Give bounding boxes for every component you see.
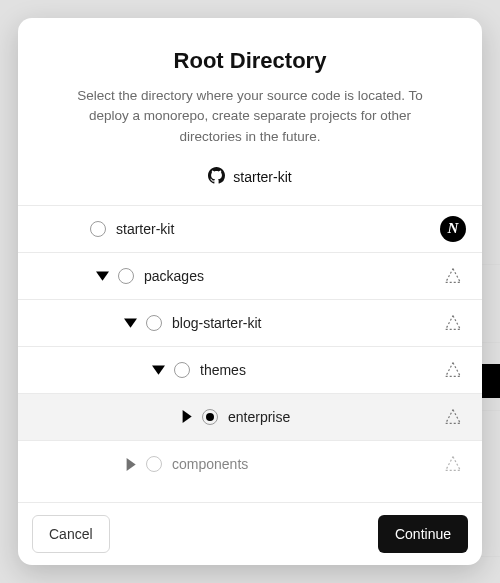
- modal-title: Root Directory: [52, 48, 448, 74]
- radio-button[interactable]: [174, 362, 190, 378]
- radio-button[interactable]: [146, 456, 162, 472]
- framework-unknown-icon: [440, 357, 466, 383]
- repo-name: starter-kit: [233, 169, 291, 185]
- tree-row-packages[interactable]: packages: [18, 253, 482, 300]
- radio-button[interactable]: [146, 315, 162, 331]
- tree-row-starter-kit[interactable]: starter-kitN: [18, 206, 482, 253]
- radio-button[interactable]: [202, 409, 218, 425]
- framework-unknown-icon: [440, 451, 466, 477]
- nextjs-icon: N: [440, 216, 466, 242]
- framework-unknown-icon: [440, 404, 466, 430]
- radio-button[interactable]: [118, 268, 134, 284]
- modal-header: Root Directory Select the directory wher…: [18, 18, 482, 205]
- cancel-button[interactable]: Cancel: [32, 515, 110, 553]
- collapse-icon[interactable]: [150, 362, 166, 378]
- collapse-icon[interactable]: [122, 315, 138, 331]
- modal-subtitle: Select the directory where your source c…: [52, 86, 448, 147]
- directory-tree: starter-kitNpackagesblog-starter-kitthem…: [18, 205, 482, 502]
- modal-footer: Cancel Continue: [18, 502, 482, 565]
- framework-unknown-icon: [440, 263, 466, 289]
- directory-label: enterprise: [228, 409, 440, 425]
- expand-icon[interactable]: [122, 456, 138, 472]
- tree-row-themes[interactable]: themes: [18, 347, 482, 394]
- framework-unknown-icon: [440, 310, 466, 336]
- directory-label: starter-kit: [116, 221, 440, 237]
- tree-row-enterprise[interactable]: enterprise: [18, 394, 482, 441]
- expand-icon[interactable]: [178, 409, 194, 425]
- directory-label: packages: [144, 268, 440, 284]
- github-icon: [208, 167, 225, 187]
- radio-button[interactable]: [90, 221, 106, 237]
- root-directory-modal: Root Directory Select the directory wher…: [18, 18, 482, 565]
- directory-label: blog-starter-kit: [172, 315, 440, 331]
- directory-label: themes: [200, 362, 440, 378]
- directory-label: components: [172, 456, 440, 472]
- tree-row-blog-starter-kit[interactable]: blog-starter-kit: [18, 300, 482, 347]
- tree-row-components[interactable]: components: [18, 441, 482, 488]
- continue-button[interactable]: Continue: [378, 515, 468, 553]
- repo-indicator: starter-kit: [52, 167, 448, 187]
- collapse-icon[interactable]: [94, 268, 110, 284]
